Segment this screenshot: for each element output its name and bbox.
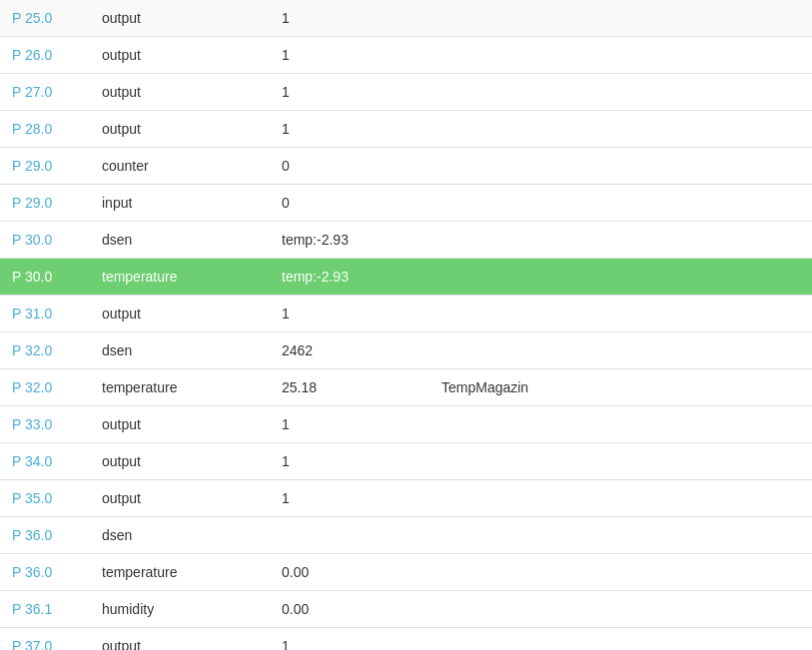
data-table: P 25.0output1P 26.0output1P 27.0output1P…: [0, 0, 812, 650]
row-name: [429, 332, 812, 369]
row-value: 1: [270, 37, 429, 74]
row-type: output: [90, 74, 270, 111]
row-value: temp:-2.93: [270, 222, 429, 259]
row-id[interactable]: P 29.0: [0, 185, 90, 222]
row-id-link[interactable]: P 34.0: [12, 453, 52, 469]
main-table-container: P 25.0output1P 26.0output1P 27.0output1P…: [0, 0, 812, 650]
row-id-link[interactable]: P 26.0: [12, 47, 52, 63]
table-row[interactable]: P 33.0output1: [0, 406, 812, 443]
table-row[interactable]: P 36.1humidity0.00: [0, 591, 812, 628]
row-type: output: [90, 443, 270, 480]
row-type: dsen: [90, 332, 270, 369]
row-name: [429, 148, 812, 185]
row-name: [429, 406, 812, 443]
row-value: 1: [270, 406, 429, 443]
table-row[interactable]: P 36.0dsen: [0, 517, 812, 554]
row-value: 1: [270, 628, 429, 651]
row-name: [429, 480, 812, 517]
row-value: 1: [270, 296, 429, 332]
row-name: [429, 591, 812, 628]
table-row[interactable]: P 32.0temperature25.18TempMagazin: [0, 369, 812, 406]
row-id[interactable]: P 34.0: [0, 443, 90, 480]
row-name: [429, 74, 812, 111]
row-id[interactable]: P 36.0: [0, 554, 90, 591]
table-row[interactable]: P 34.0output1: [0, 443, 812, 480]
row-name: [429, 259, 812, 296]
row-type: dsen: [90, 222, 270, 259]
row-id-link[interactable]: P 37.0: [12, 638, 52, 650]
row-type: output: [90, 296, 270, 332]
row-name: [429, 37, 812, 74]
row-name: [429, 554, 812, 591]
row-type: dsen: [90, 517, 270, 554]
row-name: [429, 0, 812, 37]
row-id[interactable]: P 32.0: [0, 332, 90, 369]
row-id[interactable]: P 36.0: [0, 517, 90, 554]
row-id[interactable]: P 25.0: [0, 0, 90, 37]
row-id-link[interactable]: P 35.0: [12, 490, 52, 506]
row-type: output: [90, 406, 270, 443]
row-id[interactable]: P 33.0: [0, 406, 90, 443]
row-name: [429, 443, 812, 480]
table-row[interactable]: P 25.0output1: [0, 0, 812, 37]
row-id-link[interactable]: P 28.0: [12, 121, 52, 137]
table-row[interactable]: P 36.0temperature0.00: [0, 554, 812, 591]
table-row[interactable]: P 29.0counter0: [0, 148, 812, 185]
row-id-link[interactable]: P 30.0: [12, 232, 52, 248]
row-value: 1: [270, 443, 429, 480]
row-name: [429, 185, 812, 222]
row-id-link[interactable]: P 31.0: [12, 306, 52, 322]
row-value: 0: [270, 185, 429, 222]
row-value: 1: [270, 111, 429, 148]
row-id[interactable]: P 30.0: [0, 259, 90, 296]
row-id-link[interactable]: P 29.0: [12, 158, 52, 174]
row-id-link[interactable]: P 29.0: [12, 195, 52, 211]
row-name: [429, 111, 812, 148]
row-id-link[interactable]: P 36.1: [12, 601, 52, 617]
row-id-link[interactable]: P 32.0: [12, 379, 52, 395]
row-id-link[interactable]: P 33.0: [12, 416, 52, 432]
row-id[interactable]: P 28.0: [0, 111, 90, 148]
row-id[interactable]: P 29.0: [0, 148, 90, 185]
table-row[interactable]: P 31.0output1: [0, 296, 812, 332]
table-row[interactable]: P 29.0input0: [0, 185, 812, 222]
row-type: input: [90, 185, 270, 222]
row-id-link[interactable]: P 36.0: [12, 527, 52, 543]
row-type: output: [90, 628, 270, 651]
table-row[interactable]: P 28.0output1: [0, 111, 812, 148]
row-type: output: [90, 480, 270, 517]
row-id-link[interactable]: P 25.0: [12, 10, 52, 26]
table-row[interactable]: P 30.0temperaturetemp:-2.93: [0, 259, 812, 296]
row-name: [429, 222, 812, 259]
table-row[interactable]: P 32.0dsen2462: [0, 332, 812, 369]
row-id[interactable]: P 26.0: [0, 37, 90, 74]
row-id[interactable]: P 27.0: [0, 74, 90, 111]
row-name: [429, 517, 812, 554]
row-id[interactable]: P 36.1: [0, 591, 90, 628]
row-id[interactable]: P 32.0: [0, 369, 90, 406]
row-value: 0: [270, 148, 429, 185]
row-id[interactable]: P 31.0: [0, 296, 90, 332]
row-id[interactable]: P 35.0: [0, 480, 90, 517]
row-id-link[interactable]: P 32.0: [12, 342, 52, 358]
table-row[interactable]: P 37.0output1: [0, 628, 812, 651]
row-id-link[interactable]: P 30.0: [12, 269, 52, 285]
table-row[interactable]: P 35.0output1: [0, 480, 812, 517]
row-value: 0.00: [270, 554, 429, 591]
row-id[interactable]: P 30.0: [0, 222, 90, 259]
table-row[interactable]: P 26.0output1: [0, 37, 812, 74]
row-name: [429, 296, 812, 332]
row-id[interactable]: P 37.0: [0, 628, 90, 651]
table-row[interactable]: P 30.0dsentemp:-2.93: [0, 222, 812, 259]
table-row[interactable]: P 27.0output1: [0, 74, 812, 111]
row-id-link[interactable]: P 27.0: [12, 84, 52, 100]
row-name: TempMagazin: [429, 369, 812, 406]
row-type: output: [90, 111, 270, 148]
row-id-link[interactable]: P 36.0: [12, 564, 52, 580]
row-name: [429, 628, 812, 651]
row-value: [270, 517, 429, 554]
row-type: temperature: [90, 259, 270, 296]
row-value: temp:-2.93: [270, 259, 429, 296]
row-type: humidity: [90, 591, 270, 628]
row-value: 1: [270, 74, 429, 111]
